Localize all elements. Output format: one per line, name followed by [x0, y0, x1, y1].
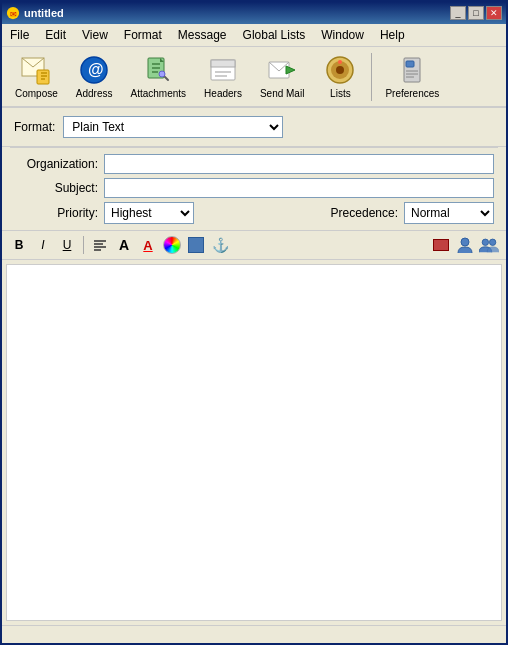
svg-text:@: @	[88, 61, 104, 78]
precedence-label: Precedence:	[331, 206, 398, 220]
compose-body[interactable]	[6, 264, 502, 621]
align-button[interactable]	[89, 234, 111, 256]
attachments-label: Attachments	[131, 88, 187, 99]
lists-icon-area	[324, 54, 356, 86]
status-bar	[2, 625, 506, 643]
address-icon: @	[78, 54, 110, 86]
underline-button[interactable]: U	[56, 234, 78, 256]
minimize-button[interactable]: _	[450, 6, 466, 20]
lists-icon	[324, 54, 356, 86]
group-icon	[479, 236, 499, 254]
organization-row: Organization:	[14, 154, 494, 174]
svg-point-29	[338, 60, 342, 64]
lists-button[interactable]: Lists	[315, 51, 365, 102]
compose-icon-area	[20, 54, 52, 86]
anchor-icon: ⚓	[212, 237, 229, 253]
color-wheel-icon	[163, 236, 181, 254]
priority-label: Priority:	[14, 206, 104, 220]
headers-label: Headers	[204, 88, 242, 99]
window-title: untitled	[24, 7, 64, 19]
format-area: Format: Plain Text HTML Enriched Text	[2, 108, 506, 147]
send-mail-button[interactable]: Send Mail	[253, 51, 311, 102]
address-button[interactable]: @ Address	[69, 51, 120, 102]
toolbar: Compose @ Address	[2, 47, 506, 108]
preferences-icon	[396, 54, 428, 86]
title-bar: ✉ untitled _ □ ✕	[2, 2, 506, 24]
text-color-icon: A	[143, 238, 152, 253]
svg-text:✉: ✉	[10, 10, 17, 19]
organization-input[interactable]	[104, 154, 494, 174]
title-bar-left: ✉ untitled	[6, 6, 64, 20]
highlight-button[interactable]	[185, 234, 207, 256]
headers-button[interactable]: Headers	[197, 51, 249, 102]
priority-group: Priority: Highest High Normal Low Lowest	[14, 202, 194, 224]
address-label: Address	[76, 88, 113, 99]
menu-edit[interactable]: Edit	[37, 26, 74, 44]
format-select[interactable]: Plain Text HTML Enriched Text	[63, 116, 283, 138]
attachments-icon-area	[142, 54, 174, 86]
svg-rect-5	[37, 70, 49, 84]
fields-area: Organization: Subject: Priority: Highest…	[2, 148, 506, 231]
text-style-button[interactable]: A	[113, 234, 135, 256]
address-icon-area: @	[78, 54, 110, 86]
compose-label: Compose	[15, 88, 58, 99]
subject-label: Subject:	[14, 181, 104, 195]
send-mail-icon-area	[266, 54, 298, 86]
add-contact-button[interactable]	[454, 234, 476, 256]
insert-image-button[interactable]	[430, 234, 452, 256]
color-picker-button[interactable]	[161, 234, 183, 256]
svg-point-40	[482, 239, 488, 245]
add-group-button[interactable]	[478, 234, 500, 256]
attachments-button[interactable]: Attachments	[124, 51, 194, 102]
align-icon	[93, 238, 107, 252]
highlight-icon	[188, 237, 204, 253]
menu-format[interactable]: Format	[116, 26, 170, 44]
compose-icon	[20, 54, 52, 86]
svg-point-17	[159, 71, 165, 77]
subject-input[interactable]	[104, 178, 494, 198]
bold-button[interactable]: B	[8, 234, 30, 256]
priority-precedence-row: Priority: Highest High Normal Low Lowest…	[14, 202, 494, 224]
svg-marker-25	[286, 66, 295, 74]
window-controls: _ □ ✕	[450, 6, 502, 20]
close-button[interactable]: ✕	[486, 6, 502, 20]
anchor-button[interactable]: ⚓	[209, 234, 231, 256]
app-icon: ✉	[6, 6, 20, 20]
menu-view[interactable]: View	[74, 26, 116, 44]
maximize-button[interactable]: □	[468, 6, 484, 20]
precedence-group: Precedence: Normal Bulk Junk List	[331, 202, 494, 224]
main-window: ✉ untitled _ □ ✕ File Edit View Format M…	[0, 0, 508, 645]
compose-button[interactable]: Compose	[8, 51, 65, 102]
svg-point-41	[489, 239, 495, 245]
precedence-select[interactable]: Normal Bulk Junk List	[404, 202, 494, 224]
menu-help[interactable]: Help	[372, 26, 413, 44]
menu-global-lists[interactable]: Global Lists	[235, 26, 314, 44]
headers-icon-area	[207, 54, 239, 86]
organization-label: Organization:	[14, 157, 104, 171]
text-color-button[interactable]: A	[137, 234, 159, 256]
subject-row: Subject:	[14, 178, 494, 198]
svg-point-39	[461, 238, 469, 246]
menu-file[interactable]: File	[2, 26, 37, 44]
preferences-icon-area	[396, 54, 428, 86]
svg-rect-31	[406, 61, 414, 67]
lists-label: Lists	[330, 88, 351, 99]
send-mail-icon	[266, 54, 298, 86]
attachments-icon	[142, 54, 174, 86]
svg-rect-19	[211, 60, 235, 67]
contact-icon	[456, 236, 474, 254]
fmt-right-group	[430, 234, 500, 256]
menu-window[interactable]: Window	[313, 26, 372, 44]
preferences-button[interactable]: Preferences	[378, 51, 446, 102]
menu-bar: File Edit View Format Message Global Lis…	[2, 24, 506, 47]
italic-button[interactable]: I	[32, 234, 54, 256]
menu-message[interactable]: Message	[170, 26, 235, 44]
priority-select[interactable]: Highest High Normal Low Lowest	[104, 202, 194, 224]
headers-icon	[207, 54, 239, 86]
insert-image-icon	[433, 239, 449, 251]
formatting-toolbar: B I U A A ⚓	[2, 231, 506, 260]
preferences-label: Preferences	[385, 88, 439, 99]
fmt-sep-1	[83, 236, 84, 254]
svg-point-28	[336, 66, 344, 74]
send-mail-label: Send Mail	[260, 88, 304, 99]
